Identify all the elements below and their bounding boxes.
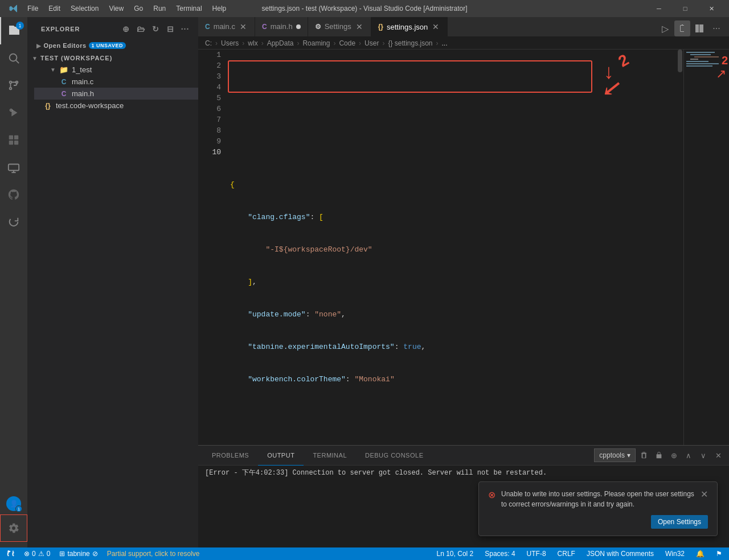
- vertical-scrollbar[interactable]: [677, 50, 683, 445]
- collapse-button[interactable]: ⊟: [164, 23, 177, 35]
- partial-support-status[interactable]: Partial support, click to resolve: [105, 547, 202, 560]
- tab-settings-close[interactable]: ✕: [355, 22, 364, 31]
- code-content[interactable]: ↙ ↓ 2 { "clang.cflags": [ "-I${workspace…: [226, 50, 677, 445]
- menu-selection[interactable]: Selection: [66, 3, 103, 14]
- menu-go[interactable]: Go: [129, 3, 148, 14]
- menu-help[interactable]: Help: [208, 3, 231, 14]
- errors-warnings-status[interactable]: ⊗ 0 ⚠ 0: [22, 547, 52, 560]
- refresh-button[interactable]: ↻: [149, 23, 162, 35]
- file-main-h[interactable]: C main.h: [34, 88, 198, 100]
- minimize-button[interactable]: ─: [646, 0, 672, 17]
- close-button[interactable]: ✕: [698, 0, 724, 17]
- run-code-button[interactable]: ▷: [657, 20, 673, 36]
- open-editors-label: Open Editors: [44, 42, 87, 49]
- bc-roaming[interactable]: Roaming: [302, 39, 330, 47]
- menu-file[interactable]: File: [23, 3, 43, 14]
- remote-activity-icon[interactable]: [0, 154, 27, 181]
- panel-scroll-down[interactable]: ∨: [697, 449, 710, 462]
- clear-output-button[interactable]: [638, 449, 650, 462]
- code-line-1: {: [230, 179, 677, 190]
- explorer-activity-icon[interactable]: 1: [0, 17, 27, 44]
- status-bar-right: Ln 10, Col 2 Spaces: 4 UTF-8 CRLF JSON w…: [435, 547, 724, 560]
- file-main-c[interactable]: C main.c: [34, 76, 198, 88]
- remote-status[interactable]: [5, 547, 17, 560]
- language-mode-status[interactable]: JSON with Comments: [584, 547, 656, 560]
- run-debug-activity-icon[interactable]: [0, 99, 27, 126]
- tab-main-c[interactable]: C main.c ✕: [198, 17, 255, 36]
- remote-indicator-status[interactable]: ⚑: [714, 547, 724, 560]
- folder-1-test-header[interactable]: ▼ 📁 1_test: [34, 64, 198, 76]
- more-editor-actions-button[interactable]: ···: [708, 20, 724, 36]
- new-file-button[interactable]: ⊕: [120, 23, 132, 35]
- github-activity-icon[interactable]: [0, 181, 27, 208]
- status-bar: ⊗ 0 ⚠ 0 ⊞ tabnine ⊘ Partial support, cli…: [0, 547, 729, 560]
- panel-scroll-up[interactable]: ∧: [682, 449, 695, 462]
- menu-view[interactable]: View: [104, 3, 128, 14]
- sidebar: Explorer ⊕ 🗁 ↻ ⊟ ··· ▶ Open Editors 1 UN…: [27, 17, 198, 547]
- settings-gear-icon[interactable]: [0, 514, 27, 542]
- folder-icon: 📁: [59, 65, 68, 74]
- window-controls: ─ □ ✕: [646, 0, 724, 17]
- folder-1-test: ▼ 📁 1_test C main.c C main.h: [27, 64, 198, 100]
- platform-status[interactable]: Win32: [663, 547, 687, 560]
- file-workspace-label: test.code-workspace: [56, 101, 124, 110]
- tab-main-h[interactable]: C main.h: [255, 17, 308, 36]
- tab-settings[interactable]: ⚙ Settings ✕: [308, 17, 371, 36]
- tabnine-activity-icon[interactable]: [0, 208, 27, 236]
- menu-run[interactable]: Run: [149, 3, 170, 14]
- open-settings-button[interactable]: [674, 20, 690, 36]
- tabnine-status[interactable]: ⊞ tabnine ⊘: [57, 547, 100, 560]
- notification-close-button[interactable]: ✕: [701, 489, 708, 500]
- search-activity-icon[interactable]: [0, 44, 27, 72]
- cursor-position-status[interactable]: Ln 10, Col 2: [435, 547, 476, 560]
- code-editor[interactable]: 1 2 3 4 5 6 7 8 9 10 ↙ ↓ 2: [198, 50, 729, 445]
- account-icon[interactable]: 👤 1: [6, 496, 21, 511]
- maximize-button[interactable]: □: [672, 0, 698, 17]
- bc-wlx[interactable]: wlx: [248, 39, 257, 47]
- tab-settings-json[interactable]: {} settings.json ✕: [371, 17, 448, 36]
- new-folder-button[interactable]: 🗁: [134, 23, 147, 35]
- mini-line: [694, 56, 719, 57]
- menu-edit[interactable]: Edit: [44, 3, 65, 14]
- file-workspace[interactable]: {} test.code-workspace: [27, 100, 198, 112]
- bc-c-drive[interactable]: C:: [205, 39, 212, 47]
- split-editor-button[interactable]: [691, 20, 707, 36]
- lock-output-button[interactable]: [653, 449, 665, 462]
- panel-tab-output[interactable]: OUTPUT: [258, 446, 304, 466]
- c-file-icon: C: [59, 78, 68, 86]
- bc-settings-json[interactable]: {} settings.json: [388, 39, 432, 47]
- notification-bell-status[interactable]: 🔔: [694, 547, 707, 560]
- close-panel-button[interactable]: ✕: [712, 449, 724, 462]
- source-control-activity-icon[interactable]: [0, 72, 27, 99]
- svg-point-3: [10, 54, 17, 61]
- tab-unsaved-dot: [296, 24, 301, 29]
- output-text: [Error - 下午4:02:33] Connection to server…: [205, 469, 547, 477]
- indentation-status[interactable]: Spaces: 4: [482, 547, 517, 560]
- bc-users[interactable]: Users: [221, 39, 239, 47]
- menu-terminal[interactable]: Terminal: [171, 3, 206, 14]
- new-terminal-button[interactable]: ⊕: [667, 449, 680, 462]
- open-editors-header[interactable]: ▶ Open Editors 1 UNSAVED: [27, 40, 198, 51]
- encoding-status[interactable]: UTF-8: [525, 547, 548, 560]
- open-settings-notification-button[interactable]: Open Settings: [651, 515, 708, 529]
- line-7: 7: [203, 114, 221, 125]
- scrollbar-thumb: [678, 50, 682, 72]
- panel-tab-problems[interactable]: PROBLEMS: [203, 446, 258, 466]
- tab-main-c-close[interactable]: ✕: [239, 22, 248, 31]
- menu-bar: File Edit Selection View Go Run Terminal…: [5, 0, 231, 17]
- workspace-header[interactable]: ▼ TEST (WORKSPACE): [27, 52, 198, 64]
- partial-support-label: Partial support, click to resolve: [107, 550, 200, 558]
- bc-code[interactable]: Code: [339, 39, 355, 47]
- panel-tab-terminal[interactable]: TERMINAL: [304, 446, 356, 466]
- line-ending-status[interactable]: CRLF: [555, 547, 578, 560]
- extensions-activity-icon[interactable]: [0, 126, 27, 154]
- more-actions-button[interactable]: ···: [179, 23, 191, 35]
- line-5: 5: [203, 93, 221, 104]
- bc-user[interactable]: User: [364, 39, 379, 47]
- tab-settings-json-close[interactable]: ✕: [431, 22, 440, 31]
- output-source-dropdown[interactable]: cpptools ▾: [594, 448, 636, 462]
- output-source-label: cpptools: [599, 451, 625, 459]
- panel-tab-debug-console[interactable]: DEBUG CONSOLE: [356, 446, 432, 466]
- code-line-4: ],: [230, 277, 677, 287]
- bc-appdata[interactable]: AppData: [267, 39, 294, 47]
